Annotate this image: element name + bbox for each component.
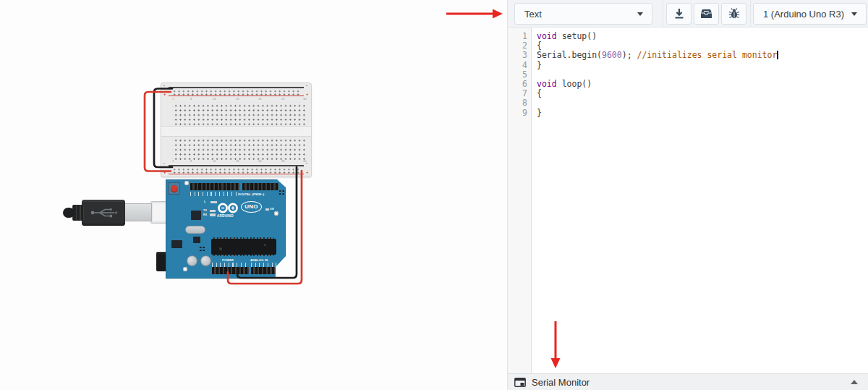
- code-panel: Text: [507, 0, 868, 390]
- code-editor: 123456789 void setup(){Serial.begin(9600…: [508, 27, 868, 373]
- code-token: void: [537, 79, 557, 89]
- code-line[interactable]: Serial.begin(9600); //initializes serial…: [537, 51, 868, 60]
- line-number: 9: [508, 109, 527, 118]
- breadboard-column-number: 20: [258, 160, 261, 163]
- digital-pin-header-left[interactable]: [190, 183, 239, 190]
- code-line[interactable]: void setup(): [537, 32, 868, 41]
- arduino-board[interactable]: DIGITAL (PWM~) L ARDUINO UNO ON TX RX: [166, 179, 286, 279]
- crystal-oscillator: [185, 226, 205, 234]
- digital-pin-labels: [190, 192, 237, 196]
- rail-plus-marker: +: [163, 171, 166, 175]
- icsp-header-2[interactable]: [198, 245, 205, 251]
- on-led-label: ON: [270, 208, 274, 210]
- usb-plug-shield[interactable]: [124, 203, 152, 221]
- usb-cable-stub: [63, 208, 75, 218]
- breadboard-column-number: 25: [281, 160, 284, 163]
- breadboard-column-number: 10: [213, 160, 216, 163]
- small-chip: [193, 237, 200, 243]
- breadboard-column-number: 25: [281, 98, 284, 101]
- breadboard-negative-rail-line-bottom: [169, 165, 304, 166]
- code-token: 9600: [602, 50, 622, 60]
- code-line[interactable]: [537, 98, 868, 108]
- line-number: 5: [508, 70, 527, 80]
- rx-led: [210, 213, 216, 216]
- breadboard-column-number: 5: [190, 98, 192, 101]
- rail-minus-marker: -: [163, 161, 165, 166]
- mounting-hole: [274, 211, 278, 216]
- archive-icon: [700, 8, 712, 20]
- rail-minus-marker: -: [306, 84, 307, 88]
- toolbar-separator: [663, 0, 663, 27]
- breadboard-column-number: 5: [190, 160, 192, 163]
- text-cursor: [777, 51, 778, 59]
- code-line[interactable]: }: [537, 61, 868, 70]
- gutter: 123456789: [508, 27, 532, 373]
- digital-pin-header-right[interactable]: [242, 183, 278, 190]
- breadboard-bottom-bank-holes[interactable]: [172, 137, 307, 160]
- reset-button[interactable]: [168, 182, 180, 195]
- code-token: void: [537, 31, 557, 41]
- code-token: }: [537, 60, 542, 70]
- breadboard-rail-holes-top[interactable]: [171, 89, 301, 96]
- code-line[interactable]: void loop(): [537, 80, 868, 89]
- mounting-hole: [183, 267, 187, 271]
- arduino-logo-icon: [216, 202, 241, 214]
- capacitor: [187, 255, 197, 266]
- board-select-value: 1 (Arduino Uno R3): [754, 9, 851, 20]
- code-token: }: [537, 108, 542, 118]
- analog-header-label: ANALOG IN: [250, 259, 268, 262]
- circuit-canvas[interactable]: - - + + 151015202530 151015202530 - - + …: [0, 0, 507, 390]
- power-header-label: POWER: [222, 259, 234, 262]
- code-mode-dropdown[interactable]: Text: [514, 3, 652, 25]
- tx-label: TX: [203, 209, 207, 212]
- libraries-button[interactable]: [694, 3, 719, 25]
- breadboard-rail-holes-bottom[interactable]: [171, 167, 301, 174]
- breadboard-column-number: 30: [303, 98, 306, 101]
- rail-plus-marker: +: [163, 93, 166, 97]
- atmega-microcontroller: [211, 239, 276, 255]
- breadboard-top-bank-holes[interactable]: [172, 102, 307, 125]
- breadboard-column-number: 1: [172, 98, 174, 101]
- board-select-dropdown[interactable]: 1 (Arduino Uno R3): [753, 3, 867, 25]
- usb-cable-plug[interactable]: [82, 200, 125, 226]
- code-token: {: [537, 88, 542, 98]
- serial-monitor-label: Serial Monitor: [532, 377, 851, 388]
- code-line[interactable]: {: [537, 89, 868, 98]
- breadboard-component[interactable]: - - + + 151015202530 151015202530 - - + …: [161, 82, 312, 177]
- usb-trident-icon: [90, 207, 117, 219]
- download-icon: [673, 8, 685, 20]
- rail-minus-marker: -: [163, 84, 165, 88]
- line-number: 3: [508, 51, 527, 60]
- breadboard-center-groove: [161, 126, 311, 137]
- rail-plus-marker: +: [306, 171, 308, 175]
- rail-minus-marker: -: [306, 161, 307, 166]
- capacitor: [200, 255, 211, 266]
- breadboard-column-number: 1: [172, 160, 174, 163]
- download-code-button[interactable]: [666, 3, 692, 25]
- debugger-button[interactable]: [721, 3, 746, 25]
- rx-label: RX: [203, 213, 208, 216]
- chevron-down-icon: [637, 12, 643, 16]
- breadboard-negative-rail-line-top: [169, 87, 304, 88]
- code-line[interactable]: }: [537, 109, 868, 118]
- power-pin-header[interactable]: [212, 267, 249, 274]
- chevron-up-icon[interactable]: [851, 380, 858, 384]
- code-lines[interactable]: void setup(){Serial.begin(9600); //initi…: [532, 27, 868, 373]
- tinkercad-circuits-app: - - + + 151015202530 151015202530 - - + …: [0, 0, 868, 390]
- uno-model-badge: UNO: [241, 201, 262, 213]
- transistor: [171, 240, 182, 248]
- mounting-hole: [184, 181, 189, 185]
- on-led: [265, 208, 269, 211]
- debug-bug-icon: [728, 8, 740, 20]
- arduino-brand-label: ARDUINO: [217, 214, 234, 218]
- analog-pin-header[interactable]: [251, 267, 278, 274]
- code-token: //initializes serial monitor: [637, 50, 778, 60]
- icsp-header[interactable]: [278, 189, 284, 195]
- arduino-uno-component[interactable]: DIGITAL (PWM~) L ARDUINO UNO ON TX RX: [150, 179, 288, 279]
- breadboard-column-labels-bottom: 151015202530: [161, 160, 311, 164]
- code-token: Serial.begin(: [537, 50, 602, 60]
- line-number: 8: [508, 98, 527, 108]
- breadboard-column-number: 15: [236, 98, 239, 101]
- breadboard-positive-rail-line-bottom: [169, 174, 304, 175]
- serial-monitor-bar[interactable]: Serial Monitor: [508, 373, 868, 390]
